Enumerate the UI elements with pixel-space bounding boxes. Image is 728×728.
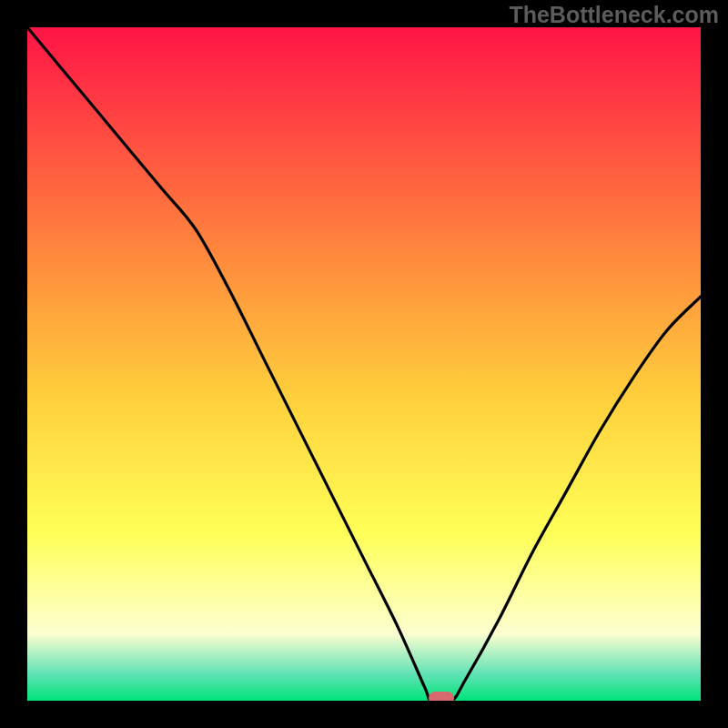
watermark-text: TheBottleneck.com — [509, 2, 719, 28]
plot-area — [27, 27, 701, 701]
optimal-point-marker — [429, 692, 454, 701]
bottleneck-curve — [27, 27, 701, 701]
chart-frame: TheBottleneck.com — [0, 0, 728, 728]
